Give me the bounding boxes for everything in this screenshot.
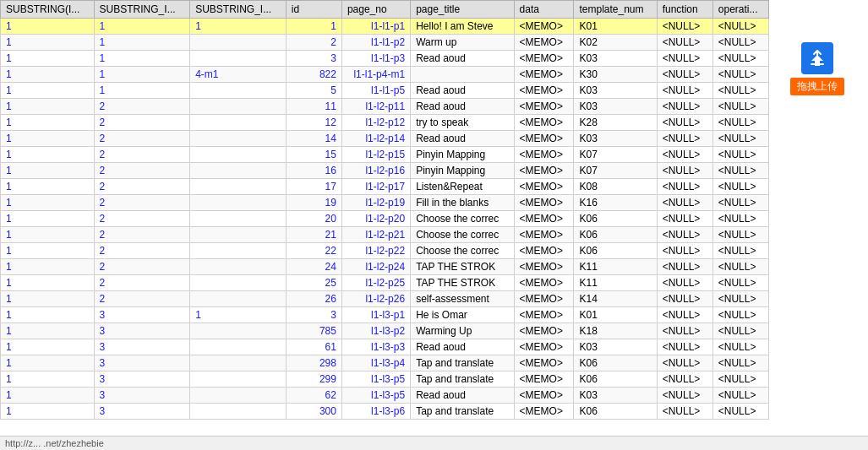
table-cell: l1-l1-p2	[341, 35, 410, 51]
table-cell: K18	[574, 323, 657, 339]
table-cell: 1	[1, 371, 95, 388]
table-cell: 1	[1, 388, 95, 404]
table-cell: 1	[1, 243, 95, 259]
table-cell: <NULL>	[712, 275, 768, 291]
table-cell: 1	[190, 307, 287, 323]
table-cell: <MEMO>	[514, 243, 574, 259]
table-cell: Tap and translate	[411, 371, 514, 388]
col-header-substr1[interactable]: SUBSTRING(I...	[1, 1, 95, 19]
table-cell: <NULL>	[657, 259, 712, 275]
col-header-data[interactable]: data	[514, 1, 574, 19]
table-cell: 1	[1, 339, 95, 355]
table-cell: 17	[286, 179, 341, 195]
table-header-row: SUBSTRING(I... SUBSTRING_I... SUBSTRING_…	[1, 1, 769, 19]
table-cell: He is Omar	[411, 307, 514, 323]
table-cell: <NULL>	[712, 355, 768, 371]
table-cell: l1-l3-p6	[341, 404, 410, 420]
table-row: 113l1-l1-p3Read aoud<MEMO>K03<NULL><NULL…	[1, 51, 769, 67]
table-cell: <MEMO>	[514, 67, 574, 83]
table-cell: <MEMO>	[514, 51, 574, 67]
table-cell: <MEMO>	[514, 35, 574, 51]
table-cell: l1-l2-p16	[341, 163, 410, 179]
table-cell	[190, 83, 287, 99]
table-cell: Read aoud	[411, 51, 514, 67]
table-cell: <MEMO>	[514, 115, 574, 131]
table-container: SUBSTRING(I... SUBSTRING_I... SUBSTRING_…	[0, 0, 769, 420]
table-cell: 822	[286, 67, 341, 83]
table-cell: K06	[574, 371, 657, 388]
table-cell: 2	[94, 147, 190, 163]
table-cell: K06	[574, 211, 657, 227]
col-header-substr2[interactable]: SUBSTRING_I...	[94, 1, 190, 19]
upload-icon	[801, 42, 833, 74]
table-cell: <NULL>	[712, 163, 768, 179]
table-cell: Choose the correc	[411, 211, 514, 227]
table-cell: Read aoud	[411, 388, 514, 404]
table-cell: 1	[1, 115, 95, 131]
table-cell	[190, 339, 287, 355]
table-cell: K06	[574, 227, 657, 243]
table-cell: 1	[1, 67, 95, 83]
table-cell: 16	[286, 163, 341, 179]
col-header-page-title[interactable]: page_title	[411, 1, 514, 19]
table-cell: <NULL>	[657, 19, 712, 35]
table-cell: 4-m1	[190, 67, 287, 83]
table-cell: <NULL>	[712, 115, 768, 131]
table-cell: Fill in the blanks	[411, 195, 514, 211]
table-cell: 1	[94, 51, 190, 67]
table-cell: 1	[94, 83, 190, 99]
table-cell	[190, 275, 287, 291]
table-row: 114-m1822l1-l1-p4-m1<MEMO>K30<NULL><NULL…	[1, 67, 769, 83]
table-cell: 1	[1, 259, 95, 275]
table-cell: <NULL>	[712, 388, 768, 404]
table-cell: Read aoud	[411, 99, 514, 115]
table-cell: <MEMO>	[514, 99, 574, 115]
table-cell: <NULL>	[712, 147, 768, 163]
table-cell: <MEMO>	[514, 227, 574, 243]
table-cell: <MEMO>	[514, 19, 574, 35]
table-cell: <NULL>	[657, 339, 712, 355]
table-cell: 1	[94, 35, 190, 51]
table-cell: 1	[1, 227, 95, 243]
upload-button[interactable]: 拖拽上传	[790, 42, 844, 95]
table-cell: <MEMO>	[514, 211, 574, 227]
table-cell: K07	[574, 147, 657, 163]
table-cell: l1-l2-p11	[341, 99, 410, 115]
table-cell: <NULL>	[712, 99, 768, 115]
table-cell	[190, 35, 287, 51]
table-cell: 299	[286, 371, 341, 388]
table-cell	[190, 388, 287, 404]
table-cell: <NULL>	[657, 115, 712, 131]
table-cell: 2	[94, 179, 190, 195]
table-cell	[190, 115, 287, 131]
table-cell: 21	[286, 227, 341, 243]
page-wrapper: SUBSTRING(I... SUBSTRING_I... SUBSTRING_…	[0, 0, 868, 450]
col-header-page-no[interactable]: page_no	[341, 1, 410, 19]
col-header-id[interactable]: id	[286, 1, 341, 19]
table-cell: l1-l3-p1	[341, 307, 410, 323]
svg-rect-0	[811, 63, 824, 65]
table-cell: 2	[94, 163, 190, 179]
table-cell: 1	[190, 19, 287, 35]
col-header-template[interactable]: template_num	[574, 1, 657, 19]
table-cell: 3	[94, 307, 190, 323]
col-header-function[interactable]: function	[657, 1, 712, 19]
table-row: 13785l1-l3-p2Warming Up<MEMO>K18<NULL><N…	[1, 323, 769, 339]
upload-label[interactable]: 拖拽上传	[790, 78, 844, 95]
table-cell: <NULL>	[657, 99, 712, 115]
table-row: 13298l1-l3-p4Tap and translate<MEMO>K06<…	[1, 355, 769, 371]
table-row: 1225l1-l2-p25TAP THE STROK<MEMO>K11<NULL…	[1, 275, 769, 291]
table-body: 1111l1-l1-p1Hello! I am Steve<MEMO>K01<N…	[1, 19, 769, 420]
table-cell: K06	[574, 243, 657, 259]
table-cell: TAP THE STROK	[411, 259, 514, 275]
table-cell: 300	[286, 404, 341, 420]
table-cell: 3	[94, 355, 190, 371]
url-bar: http://z... .net/zhezhebie	[0, 436, 868, 450]
table-cell: Listen&Repeat	[411, 179, 514, 195]
col-header-substr3[interactable]: SUBSTRING_I...	[190, 1, 287, 19]
table-cell: 2	[94, 259, 190, 275]
table-cell: l1-l2-p24	[341, 259, 410, 275]
table-cell: 1	[1, 195, 95, 211]
table-cell: 1	[1, 131, 95, 147]
col-header-operation[interactable]: operati...	[712, 1, 768, 19]
